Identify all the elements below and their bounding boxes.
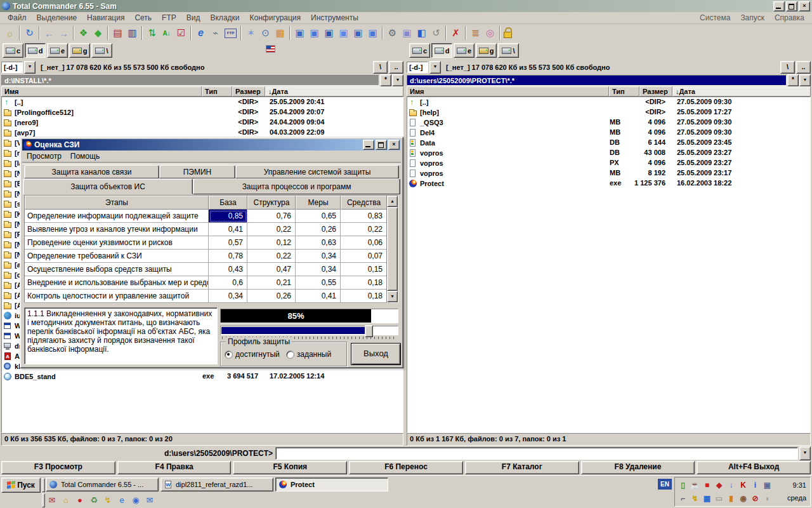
- file-row[interactable]: [nero9]<DIR>24.04.2009 09:04: [2, 117, 403, 128]
- taskbar-handle[interactable]: [42, 478, 45, 492]
- verify-icon[interactable]: ☑: [174, 25, 188, 41]
- flash-icon[interactable]: ↯: [690, 493, 700, 503]
- value-cell[interactable]: 0,78: [209, 250, 247, 263]
- file-row[interactable]: voprosDB43 00825.05.2009 23:27: [407, 148, 810, 158]
- right-header-type[interactable]: Тип: [609, 86, 639, 97]
- gray-window-icon[interactable]: ▭: [714, 493, 724, 503]
- ati-icon[interactable]: ■: [702, 480, 712, 490]
- drive-button-left-e[interactable]: e: [47, 43, 68, 58]
- table-col-средства[interactable]: Средства: [341, 196, 387, 210]
- table-row[interactable]: Определение информации подлежащей защите…: [25, 210, 386, 223]
- mouse-icon[interactable]: ◗: [763, 493, 772, 503]
- left-path[interactable]: d:\INSTALL\*.*: [1, 75, 379, 86]
- undo-icon[interactable]: ↺: [429, 25, 443, 41]
- table-row[interactable]: Внедрение и использование выбраных мер и…: [25, 276, 386, 290]
- table-row[interactable]: Осуществление выбора средств защиты0,430…: [25, 263, 386, 276]
- table-col-структура[interactable]: Структура: [247, 196, 296, 210]
- right-parent-button[interactable]: ..: [796, 61, 811, 74]
- value-cell[interactable]: 0,21: [247, 276, 296, 290]
- value-cell[interactable]: 0,76: [247, 210, 296, 223]
- lock-icon[interactable]: [502, 25, 513, 41]
- folder-open-icon[interactable]: ▣: [292, 25, 307, 41]
- tab-защита-каналов-связи[interactable]: Защита каналов связи: [24, 165, 159, 178]
- radio-достигнутый[interactable]: достигнутый: [225, 350, 280, 359]
- file-row[interactable]: Protectexe1 125 37616.02.2003 18:22: [407, 178, 810, 189]
- dialog-titlebar[interactable]: Оценка СЗИ ×: [22, 139, 401, 150]
- table-col-база[interactable]: База: [209, 196, 247, 210]
- right-header-date[interactable]: ↓Дата: [672, 86, 811, 97]
- antivirus-shield-icon[interactable]: ◆: [714, 480, 724, 490]
- value-cell[interactable]: 0,22: [341, 223, 387, 236]
- recycle-icon[interactable]: ♻: [89, 495, 99, 505]
- network-icon[interactable]: ▣: [763, 480, 772, 490]
- folder-view-icon[interactable]: ▣: [336, 25, 351, 41]
- help-bulb-icon[interactable]: ☼: [3, 25, 17, 41]
- right-root-button[interactable]: \: [780, 61, 795, 74]
- forward-icon[interactable]: →: [56, 25, 71, 41]
- tab-защита-объектов-ис[interactable]: Защита объектов ИС: [23, 178, 193, 194]
- minimize-button[interactable]: [773, 1, 785, 11]
- value-cell[interactable]: 0,34: [296, 263, 341, 276]
- cd-box-icon[interactable]: ◎: [483, 25, 497, 41]
- right-header-name[interactable]: Имя: [407, 86, 609, 97]
- card-reader-icon[interactable]: ▯: [678, 480, 688, 490]
- winamp-icon[interactable]: ↯: [103, 495, 113, 505]
- dialog-close-button[interactable]: ×: [388, 140, 400, 150]
- table-scrollbar[interactable]: ▲ ▼: [386, 196, 398, 302]
- update-user-icon[interactable]: ↓: [726, 480, 736, 490]
- scroll-thumb[interactable]: [387, 207, 398, 291]
- power-plug-icon[interactable]: ⌐: [678, 493, 688, 503]
- file-row[interactable]: [..]<DIR>25.05.2009 20:41: [2, 97, 403, 107]
- file-row[interactable]: [..]<DIR>27.05.2009 09:30: [407, 97, 810, 107]
- sort-az-icon[interactable]: A↓: [159, 25, 174, 41]
- drive-button-right-d[interactable]: d: [431, 43, 452, 58]
- value-cell[interactable]: 0,06: [341, 236, 387, 250]
- file-row[interactable]: _QSQ3MB4 09627.05.2009 09:30: [407, 117, 810, 128]
- table-col-меры[interactable]: Меры: [296, 196, 341, 210]
- command-history-arrow-icon[interactable]: ▼: [799, 446, 811, 460]
- coverage-slider[interactable]: [220, 326, 398, 335]
- value-cell[interactable]: 0,22: [247, 223, 296, 236]
- home-icon[interactable]: ⌂: [61, 495, 71, 505]
- volume-icon[interactable]: ◉: [738, 493, 748, 503]
- value-cell[interactable]: 0,6: [209, 276, 247, 290]
- delete-x-icon[interactable]: ✗: [449, 25, 463, 41]
- tab-защита-процессов-и-программ[interactable]: Защита процессов и программ: [193, 178, 400, 194]
- file-row[interactable]: voprosMB8 19225.05.2009 23:17: [407, 168, 810, 178]
- value-cell[interactable]: 0,83: [341, 210, 387, 223]
- tree-icon[interactable]: ❖: [76, 25, 91, 41]
- left-header-size[interactable]: Размер: [232, 86, 265, 97]
- value-cell[interactable]: 0,41: [296, 290, 341, 303]
- sync-dirs-icon[interactable]: ⇅: [145, 25, 159, 41]
- drive-button-left-root[interactable]: \: [91, 43, 112, 58]
- search-icon[interactable]: ⊙: [258, 25, 273, 41]
- start-button[interactable]: Пуск: [1, 478, 41, 493]
- file-row[interactable]: DataDB6 14425.05.2009 23:45: [407, 138, 810, 148]
- dialog-maximize-button[interactable]: [376, 140, 387, 150]
- left-header-name[interactable]: Имя: [1, 86, 202, 97]
- fkey-button-f8[interactable]: F8 Удаление: [581, 461, 695, 474]
- fkey-button-f7[interactable]: F7 Каталог: [465, 461, 579, 474]
- perf-monitor-icon[interactable]: ▦: [702, 493, 712, 503]
- right-path[interactable]: d:\users\25052009\PROTECT\*.*: [407, 75, 787, 86]
- shield-icon[interactable]: ◆: [91, 25, 105, 41]
- file-row[interactable]: Del4MB4 09627.05.2009 09:30: [407, 128, 810, 138]
- value-cell[interactable]: 0,47: [247, 263, 296, 276]
- fkey-button-f5[interactable]: F5 Копия: [233, 461, 347, 474]
- dialog-minimize-button[interactable]: [363, 140, 374, 150]
- restore-button[interactable]: [786, 1, 797, 11]
- file-row[interactable]: [Prolingoffice512]<DIR>25.04.2009 20:07: [2, 107, 403, 117]
- menu-item-справка[interactable]: Справка: [769, 13, 809, 23]
- tools-icon[interactable]: ⚙: [385, 25, 400, 41]
- no-entry-icon[interactable]: ⊘: [750, 493, 760, 503]
- window-titlebar[interactable]: Total Commander 6.55 - Sam ×: [0, 0, 812, 12]
- task-button-protect[interactable]: Protect: [275, 478, 388, 491]
- slider-thumb[interactable]: [365, 325, 373, 337]
- drive-button-right-c[interactable]: c: [409, 43, 430, 58]
- left-parent-button[interactable]: ..: [389, 61, 403, 74]
- folder-search-icon[interactable]: ▣: [365, 25, 380, 41]
- address-book-icon[interactable]: ▮: [726, 493, 736, 503]
- task-button-total-commander-6-55-[interactable]: Total Commander 6.55 - ...: [46, 478, 159, 491]
- task-button-dipl2811-referat-razd1-[interactable]: dipl2811_referat_razd1...: [160, 478, 273, 491]
- chart-icon[interactable]: ◧: [414, 25, 429, 41]
